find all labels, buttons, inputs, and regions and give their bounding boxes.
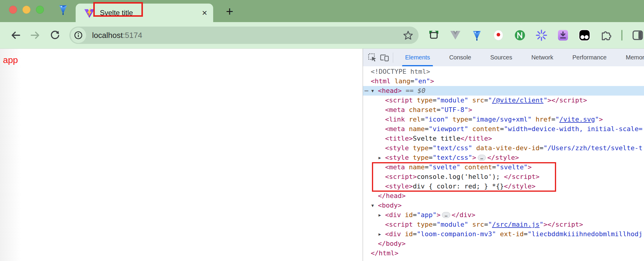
new-tab-button[interactable]: + [222, 4, 237, 19]
fullpage-capture-extension-button[interactable] [428, 29, 440, 42]
toolbar-separator [621, 30, 622, 41]
bookmark-star-button[interactable] [403, 30, 413, 40]
dom-tree-node[interactable]: ▼<body> [363, 201, 644, 210]
n-badge-extension-button[interactable] [514, 29, 526, 42]
forward-arrow-icon [30, 30, 41, 41]
record-dot-icon [492, 29, 504, 41]
forward-button[interactable] [30, 30, 41, 41]
devtools-tab-console[interactable]: Console [439, 49, 480, 66]
dom-tree-node[interactable]: <script>console.log('hello'); </script> [363, 172, 644, 182]
collapse-arrow-icon[interactable]: ▼ [371, 201, 374, 210]
devtools-tab-performance[interactable]: Performance [563, 49, 616, 66]
device-toolbar-button[interactable] [379, 51, 390, 64]
dom-tree-node[interactable]: ▶<div id="loom-companion-mv3" ext-id="li… [363, 229, 644, 239]
annotation-box-tab-title [93, 2, 143, 17]
app-text: app [3, 55, 18, 65]
dom-tree-node[interactable]: <!DOCTYPE html> [363, 67, 644, 76]
dom-tree-node[interactable]: <script type="module" src="/@vite/client… [363, 96, 644, 105]
expand-arrow-icon[interactable]: ▶ [379, 153, 381, 162]
device-toolbar-icon [380, 53, 389, 62]
night-eyes-extension-button[interactable] [578, 29, 591, 42]
star-icon [403, 30, 413, 40]
devtools-panel: ElementsConsoleSourcesNetworkPerformance… [363, 49, 644, 261]
collapse-arrow-icon[interactable]: ▼ [371, 86, 374, 96]
minimize-window-button[interactable] [22, 6, 30, 14]
side-panel-icon [632, 30, 643, 41]
extensions-menu-button[interactable] [600, 29, 612, 42]
green-n-icon [514, 29, 526, 41]
back-arrow-icon [10, 30, 21, 41]
reload-icon [50, 30, 60, 40]
devtools-toolbar-separator [393, 53, 393, 63]
dom-tree[interactable]: <!DOCTYPE html><html lang="en">⋯▼<head> … [363, 66, 644, 261]
page-edge-shade [0, 49, 21, 261]
vue-devtools-extension-button[interactable] [449, 29, 462, 42]
site-info-button[interactable] [71, 27, 86, 43]
url-port: :5174 [123, 31, 142, 40]
dom-tree-node[interactable]: <link rel="icon" type="image/svg+xml" hr… [363, 115, 644, 124]
blue-gem-extension-button[interactable] [471, 29, 483, 42]
video-downloader-extension-button[interactable] [557, 29, 569, 42]
address-bar[interactable]: localhost:5174 [69, 27, 419, 44]
gray-v-icon [450, 30, 461, 41]
back-button[interactable] [10, 30, 21, 41]
puzzle-icon [600, 29, 612, 41]
download-arrow-icon [557, 29, 569, 41]
two-eyes-icon [579, 29, 590, 41]
dom-tree-node[interactable]: <meta charset="UTF-8"> [363, 105, 644, 115]
side-panel-button[interactable] [631, 29, 644, 42]
dom-tree-node[interactable]: <meta name="viewport" content="width=dev… [363, 124, 644, 134]
inspect-cursor-icon [368, 53, 377, 62]
devtools-tab-network[interactable]: Network [522, 49, 563, 66]
dom-tree-node[interactable]: <title>Svelte title</title> [363, 134, 644, 143]
dom-tree-node[interactable]: </body> [363, 239, 644, 248]
dom-tree-node[interactable]: <script type="module" src="/src/main.js"… [363, 220, 644, 229]
tab-close-icon[interactable]: × [202, 8, 207, 17]
devtools-tab-elements[interactable]: Elements [396, 49, 439, 66]
browser-toolbar: localhost:5174 [0, 22, 644, 49]
dom-tree-node[interactable]: <html lang="en"> [363, 76, 644, 86]
screen-recorder-extension-button[interactable] [492, 29, 505, 42]
fullpage-capture-icon [428, 29, 440, 41]
dom-tree-node[interactable]: </html> [363, 248, 644, 258]
info-icon [74, 31, 83, 40]
dom-tree-node[interactable]: </head> [363, 191, 644, 201]
inspect-element-button[interactable] [367, 51, 379, 64]
expand-arrow-icon[interactable]: ▶ [379, 229, 381, 239]
zoom-window-button[interactable] [36, 6, 44, 14]
burst-icon [535, 29, 547, 41]
close-window-button[interactable] [9, 6, 17, 14]
expand-arrow-icon[interactable]: ▶ [379, 210, 381, 220]
dom-tree-node[interactable]: <meta name="svelte" content="svelte"> [363, 162, 644, 172]
dom-tree-node[interactable]: <style>div { color: red; } *{}</style> [363, 182, 644, 191]
pinned-tab-gem-icon[interactable] [58, 4, 68, 16]
url-host: localhost [92, 31, 123, 40]
dom-tree-node[interactable]: ⋯▼<head> == $0 [363, 86, 644, 96]
devtools-tabbar-tabs: ElementsConsoleSourcesNetworkPerformance… [396, 49, 644, 66]
dom-tree-node[interactable]: ▶<div id="app">…</div> [363, 210, 644, 220]
window-titlebar: Svelte title × + [0, 0, 644, 22]
url-text[interactable]: localhost:5174 [92, 31, 142, 40]
reload-button[interactable] [50, 30, 60, 41]
node-options-dots-icon[interactable]: ⋯ [364, 86, 368, 96]
devtools-tabbar: ElementsConsoleSourcesNetworkPerformance… [363, 49, 644, 66]
page-viewport: app [0, 49, 363, 261]
dom-tree-node[interactable]: ▶<style type="text/css">…</style> [363, 153, 644, 162]
burst-extension-button[interactable] [535, 29, 548, 42]
blue-gem-icon [471, 29, 482, 41]
devtools-tab-memory[interactable]: Memory [616, 49, 644, 66]
devtools-tab-sources[interactable]: Sources [481, 49, 522, 66]
window-controls [9, 6, 44, 14]
extensions-row [428, 29, 644, 42]
dom-tree-node[interactable]: <style type="text/css" data-vite-dev-id=… [363, 143, 644, 153]
